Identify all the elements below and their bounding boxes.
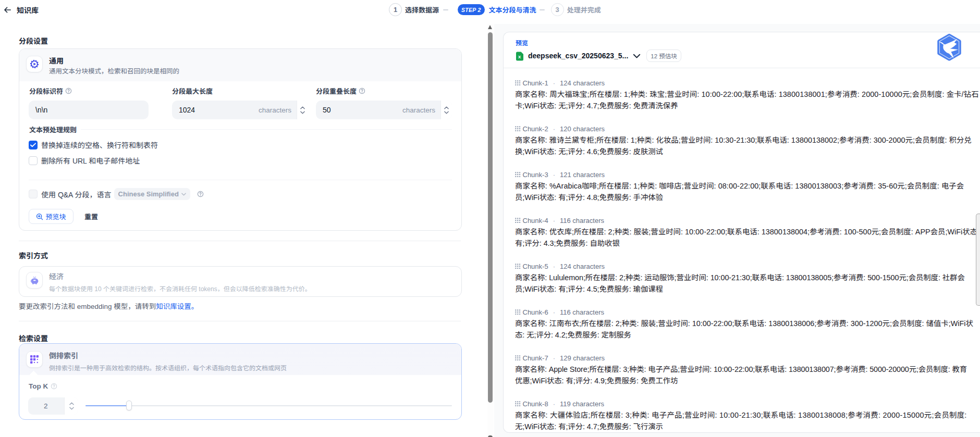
svg-text:x: x (518, 54, 521, 59)
